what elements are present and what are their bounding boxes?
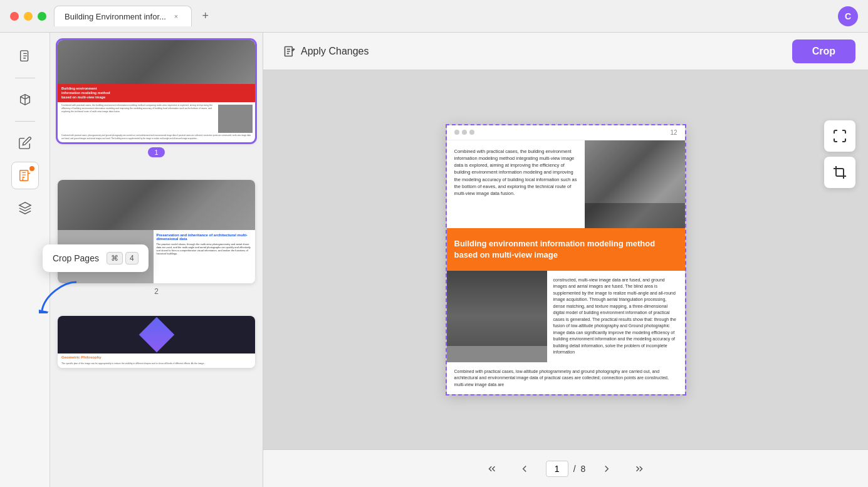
active-tab[interactable]: Building Environment infor... ×	[54, 6, 192, 26]
page-2-top-image	[58, 180, 255, 230]
expand-tool-button[interactable]	[824, 120, 855, 152]
document-view: 12 Combined with practical cases, the bu…	[263, 70, 868, 449]
doc-bottom-section: constructed, multi-view image data are f…	[447, 271, 685, 362]
page-3-wrapper: Geometric Philosophy The specific plan o…	[58, 316, 255, 368]
apply-label: Apply Changes	[301, 46, 369, 57]
tooltip-label: Crop Pages	[53, 253, 99, 263]
current-page-input[interactable]	[546, 461, 568, 477]
next-page-button[interactable]	[595, 458, 618, 480]
page-3-text: The specific plan of the image can be ap…	[58, 361, 255, 368]
edit-icon	[18, 136, 32, 150]
crop-pages-icon	[18, 169, 32, 182]
doc-image-col	[585, 140, 685, 228]
doc-para-3: Combined with practical cases, low-altit…	[454, 369, 677, 389]
page-1-red-title: Building environmentinformation modeling…	[58, 84, 255, 102]
page-1-person-image	[218, 105, 253, 133]
header-dot-1	[454, 130, 459, 135]
svg-rect-1	[19, 170, 28, 181]
page-1-badge: 1	[148, 147, 164, 157]
traffic-lights	[10, 12, 46, 21]
page-thumb-1[interactable]: Building environmentinformation modeling…	[58, 40, 255, 142]
last-page-button[interactable]	[628, 458, 651, 480]
brush-icon	[18, 93, 32, 107]
page-1-header-image	[58, 40, 255, 84]
doc-top-content: Combined with practical cases, the build…	[447, 140, 685, 228]
sidebar-item-brush[interactable]	[11, 86, 39, 113]
doc-person-image	[447, 271, 547, 362]
page-info: / 8	[546, 461, 586, 477]
crop-pages-tooltip: Crop Pages ⌘ 4	[43, 244, 149, 272]
doc-para-2: constructed, multi-view image data are f…	[553, 277, 679, 356]
building-image	[585, 140, 685, 228]
doc-orange-banner: Building environment information modelin…	[447, 228, 685, 271]
main-layout: Crop Pages ⌘ 4 Building environmentinfor…	[0, 33, 868, 487]
first-page-button[interactable]	[481, 458, 503, 480]
page-2-right-text: Preservation and inheritance of architec…	[154, 230, 256, 283]
active-indicator	[29, 166, 34, 171]
crop-tool-icon	[832, 165, 847, 180]
crop-button[interactable]: Crop	[792, 39, 855, 63]
page-2-body-text: The practice model shows, through the mu…	[157, 243, 253, 255]
toolbar: Apply Changes Crop	[263, 33, 868, 70]
new-tab-button[interactable]: +	[197, 8, 214, 25]
doc-header-bar: 12	[447, 125, 685, 140]
page-2-title: Preservation and inheritance of architec…	[157, 233, 253, 241]
doc-bottom-text: Combined with practical cases, low-altit…	[447, 362, 685, 395]
page-thumb-3[interactable]: Geometric Philosophy The specific plan o…	[58, 316, 255, 368]
sidebar-item-edit[interactable]	[11, 129, 39, 157]
doc-header-icons	[454, 130, 474, 135]
tab-close-button[interactable]: ×	[171, 11, 181, 21]
doc-text-col-1: Combined with practical cases, the build…	[447, 140, 585, 228]
doc-para-1: Combined with practical cases, the build…	[454, 148, 577, 197]
person-sim	[447, 271, 547, 346]
sidebar-item-crop-pages[interactable]	[11, 162, 39, 189]
shortcut-symbol: ⌘	[107, 252, 123, 264]
page-3-title: Geometric Philosophy	[58, 353, 255, 361]
maximize-button[interactable]	[38, 12, 46, 21]
divider-1	[15, 78, 35, 78]
last-page-icon	[634, 463, 645, 474]
page-1-badge-wrapper: 1	[58, 146, 255, 157]
prev-page-button[interactable]	[513, 458, 536, 480]
minimize-button[interactable]	[24, 12, 33, 21]
apply-icon	[283, 45, 296, 58]
header-dot-3	[469, 130, 474, 135]
sidebar-item-layers[interactable]	[11, 194, 39, 222]
sidebar-item-document[interactable]	[11, 43, 39, 70]
page-1-text: Combined with practical cases, the build…	[58, 102, 218, 133]
header-dot-2	[462, 130, 467, 135]
orange-title: Building environment information modelin…	[454, 239, 656, 259]
page-number: 12	[670, 129, 677, 136]
tooltip-arrow	[39, 276, 89, 316]
apply-changes-button[interactable]: Apply Changes	[276, 40, 377, 63]
page-separator: /	[573, 464, 576, 474]
prev-page-icon	[519, 463, 530, 474]
expand-icon	[832, 128, 847, 144]
titlebar: Building Environment infor... × + C	[0, 0, 868, 33]
divider-2	[15, 121, 35, 122]
doc-text-right: constructed, multi-view image data are f…	[547, 271, 685, 362]
tab-bar: Building Environment infor... × +	[54, 6, 830, 26]
page-3-content: Geometric Philosophy The specific plan o…	[58, 316, 255, 368]
shortcut-key: 4	[125, 252, 139, 264]
next-page-icon	[601, 463, 612, 474]
close-button[interactable]	[10, 12, 19, 21]
page-1-bottom-text: Combined with practical cases, photogram…	[58, 133, 255, 142]
layers-icon	[18, 201, 32, 215]
keyboard-shortcut: ⌘ 4	[107, 252, 139, 264]
user-avatar[interactable]: C	[838, 6, 858, 26]
page-1-wrapper: Building environmentinformation modeling…	[58, 40, 255, 157]
total-pages: 8	[581, 464, 586, 474]
crop-tool-button[interactable]	[824, 157, 855, 188]
page-3-geometric-image	[58, 316, 255, 353]
tab-title: Building Environment infor...	[65, 12, 166, 21]
geometric-shape	[139, 317, 174, 353]
page-1-content: Building environmentinformation modeling…	[58, 40, 255, 142]
page-preview: 12 Combined with practical cases, the bu…	[447, 125, 685, 395]
document-icon	[18, 50, 32, 63]
right-tools	[824, 120, 855, 188]
main-content: Apply Changes Crop 12	[263, 33, 868, 487]
bottom-nav: / 8	[263, 449, 868, 487]
first-page-icon	[486, 463, 498, 474]
